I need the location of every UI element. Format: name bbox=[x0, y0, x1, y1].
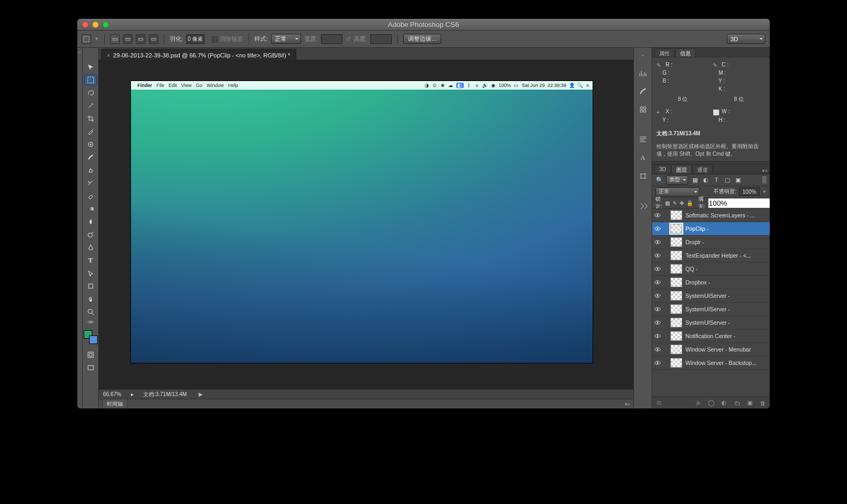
layer-row[interactable]: SystemUIServer - bbox=[652, 303, 770, 316]
layer-row[interactable]: PopClip - bbox=[652, 222, 770, 236]
layer-row[interactable]: Softmatic ScreenLayers - ... bbox=[652, 209, 770, 222]
status-preview-icon[interactable]: ▸ bbox=[131, 391, 134, 397]
layer-thumbnail[interactable] bbox=[670, 210, 682, 220]
visibility-icon[interactable] bbox=[654, 266, 661, 272]
visibility-icon[interactable] bbox=[654, 279, 661, 286]
layer-thumbnail[interactable] bbox=[670, 251, 682, 260]
visibility-icon[interactable] bbox=[654, 346, 661, 353]
filter-adjust-icon[interactable]: ◐ bbox=[702, 176, 710, 184]
visibility-icon[interactable] bbox=[654, 225, 661, 232]
filter-toggle[interactable] bbox=[762, 176, 766, 184]
layers-tab[interactable]: 图层 bbox=[671, 165, 692, 173]
crop-tool[interactable] bbox=[84, 113, 97, 124]
screen-mode-icon[interactable] bbox=[84, 362, 97, 373]
layer-thumbnail[interactable] bbox=[670, 358, 682, 368]
layer-thumbnail[interactable] bbox=[670, 331, 682, 341]
swatches-panel-icon[interactable] bbox=[637, 103, 649, 116]
tools-collapse-gutter[interactable]: » bbox=[77, 48, 83, 408]
adjustment-layer-icon[interactable]: ◐ bbox=[720, 399, 728, 407]
filter-type-icon[interactable]: T bbox=[712, 176, 720, 184]
visibility-icon[interactable] bbox=[654, 319, 661, 326]
filter-kind-select[interactable]: 类型 bbox=[666, 176, 688, 185]
quick-mask-icon[interactable] bbox=[84, 349, 97, 360]
path-selection-tool[interactable] bbox=[84, 268, 97, 279]
visibility-icon[interactable] bbox=[654, 212, 661, 218]
shape-tool[interactable] bbox=[84, 281, 97, 291]
status-disclosure-icon[interactable]: ▶ bbox=[199, 391, 203, 397]
layer-thumbnail[interactable] bbox=[670, 304, 682, 314]
opacity-input[interactable] bbox=[739, 187, 760, 196]
layer-row[interactable]: SystemUIServer - bbox=[652, 316, 770, 330]
canvas[interactable]: Finder File Edit View Go Window Help ◑ ⊙… bbox=[99, 60, 633, 389]
channels-tab[interactable]: 通道 bbox=[692, 165, 713, 173]
visibility-icon[interactable] bbox=[654, 252, 661, 259]
marquee-tool[interactable] bbox=[84, 75, 97, 85]
blend-mode-select[interactable]: 正常 bbox=[655, 187, 699, 196]
layer-row[interactable]: Dropbox - bbox=[652, 276, 770, 289]
healing-brush-tool[interactable] bbox=[84, 139, 97, 150]
info-tab[interactable]: 信息 bbox=[675, 48, 696, 57]
blur-tool[interactable] bbox=[84, 216, 97, 227]
dock-collapse-icon[interactable]: « bbox=[641, 53, 644, 58]
gradient-tool[interactable] bbox=[84, 203, 97, 214]
visibility-icon[interactable] bbox=[654, 293, 661, 299]
actions-panel-icon[interactable] bbox=[637, 200, 649, 213]
layer-thumbnail[interactable] bbox=[670, 345, 682, 354]
lock-pixels-icon[interactable]: ✎ bbox=[673, 199, 677, 207]
filter-pixel-icon[interactable]: ▦ bbox=[691, 176, 699, 184]
lock-transparency-icon[interactable]: ▦ bbox=[665, 199, 670, 207]
magic-wand-tool[interactable] bbox=[84, 100, 97, 111]
panel-menu-icon[interactable]: ▾≡ bbox=[625, 401, 630, 407]
dodge-tool[interactable] bbox=[84, 229, 97, 240]
zoom-level[interactable]: 66.67% bbox=[103, 391, 121, 397]
layer-row[interactable]: Window Server - Backstop... bbox=[652, 356, 770, 370]
layer-row[interactable]: QQ - bbox=[652, 262, 770, 276]
document-tab[interactable]: × 29-06-2013-22-39-38.psd @ 66.7% (PopCl… bbox=[101, 49, 296, 60]
layer-thumbnail[interactable] bbox=[670, 224, 682, 233]
brush-tool[interactable] bbox=[84, 152, 97, 163]
layer-thumbnail[interactable] bbox=[670, 264, 682, 274]
new-group-icon[interactable]: 🗀 bbox=[733, 399, 741, 407]
lasso-tool[interactable] bbox=[84, 87, 97, 98]
filter-shape-icon[interactable]: ▢ bbox=[723, 176, 731, 184]
link-layers-icon[interactable]: ⧉ bbox=[655, 399, 663, 407]
timeline-tab[interactable]: 时间轴 bbox=[102, 399, 128, 408]
layer-row[interactable]: Window Server - Menubar bbox=[652, 343, 770, 356]
layer-mask-icon[interactable]: ◯ bbox=[707, 399, 715, 407]
layer-fx-icon[interactable]: fx bbox=[695, 399, 702, 407]
eraser-tool[interactable] bbox=[84, 191, 97, 201]
chevron-down-icon[interactable]: ▼ bbox=[94, 36, 99, 41]
lock-position-icon[interactable]: ✥ bbox=[680, 199, 684, 207]
color-swatches[interactable] bbox=[84, 330, 98, 344]
chevron-down-icon[interactable]: ▼ bbox=[762, 189, 766, 194]
clone-stamp-tool[interactable] bbox=[84, 165, 97, 176]
move-tool[interactable] bbox=[84, 62, 97, 72]
intersect-selection-icon[interactable]: ▭ bbox=[149, 34, 158, 44]
new-layer-icon[interactable]: ▣ bbox=[746, 399, 754, 407]
paragraph-panel-icon[interactable] bbox=[637, 133, 649, 146]
brush-panel-icon[interactable] bbox=[637, 85, 649, 98]
properties-tab[interactable]: 属性 bbox=[654, 48, 675, 57]
layer-row[interactable]: Notification Center - bbox=[652, 330, 770, 343]
visibility-icon[interactable] bbox=[654, 239, 661, 245]
doc-size[interactable]: 文档:3.71M/13.4M bbox=[143, 391, 187, 398]
new-selection-icon[interactable]: ▭ bbox=[110, 34, 120, 44]
background-swatch[interactable] bbox=[89, 335, 98, 344]
filter-search-icon[interactable]: 🔍 bbox=[655, 176, 663, 184]
styles-panel-icon[interactable] bbox=[637, 170, 649, 182]
hand-tool[interactable] bbox=[84, 294, 97, 304]
pen-tool[interactable] bbox=[84, 242, 97, 253]
character-panel-icon[interactable]: A bbox=[637, 151, 649, 164]
swatch-swap-icon[interactable] bbox=[84, 319, 97, 325]
fill-input[interactable] bbox=[708, 198, 770, 208]
feather-input[interactable] bbox=[186, 34, 205, 44]
layer-thumbnail[interactable] bbox=[670, 237, 682, 247]
visibility-icon[interactable] bbox=[654, 333, 661, 339]
visibility-icon[interactable] bbox=[654, 360, 661, 366]
close-tab-icon[interactable]: × bbox=[107, 53, 110, 59]
zoom-tool[interactable] bbox=[84, 306, 97, 317]
layer-row[interactable]: TextExpander Helper - <... bbox=[652, 249, 770, 262]
type-tool[interactable]: T bbox=[84, 255, 97, 266]
workspace-select[interactable]: 3D bbox=[727, 34, 765, 44]
add-selection-icon[interactable]: ▭ bbox=[123, 34, 133, 44]
